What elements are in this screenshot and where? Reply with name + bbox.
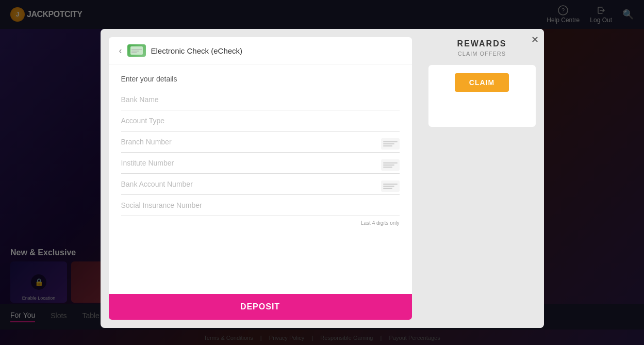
branch-number-field [121, 136, 400, 153]
form-content: Enter your details [109, 64, 412, 236]
echeck-title: Electronic Check (eCheck) [151, 46, 243, 55]
svg-rect-2 [130, 46, 143, 55]
hint-text: Last 4 digits only [121, 220, 400, 226]
outer-modal: ‹ Electronic Check (eCheck) Enter your d… [101, 29, 544, 328]
bank-account-number-input[interactable] [121, 178, 400, 190]
institute-number-input[interactable] [121, 157, 400, 169]
form-panel: ‹ Electronic Check (eCheck) Enter your d… [109, 37, 412, 320]
claim-button[interactable]: CLAIM [455, 73, 509, 92]
reward-card: CLAIM [428, 65, 536, 127]
form-section-title: Enter your details [121, 75, 400, 83]
institute-number-icon [381, 159, 400, 171]
deposit-btn-container: Deposit [109, 294, 412, 320]
back-arrow-button[interactable]: ‹ [119, 45, 122, 56]
deposit-button[interactable]: Deposit [109, 294, 412, 320]
bank-account-number-field [121, 178, 400, 195]
bank-account-icon [381, 180, 400, 192]
social-insurance-input[interactable] [121, 199, 400, 211]
echeck-header: ‹ Electronic Check (eCheck) [109, 37, 412, 64]
rewards-panel: ✕ REWARDS CLAIM OFFERS CLAIM [420, 29, 544, 328]
account-type-input[interactable] [121, 114, 400, 127]
social-insurance-field [121, 199, 400, 216]
branch-number-input[interactable] [121, 136, 400, 148]
branch-number-icon [381, 138, 400, 150]
rewards-close-button[interactable]: ✕ [531, 34, 539, 45]
account-type-field [121, 114, 400, 132]
rewards-title: REWARDS [457, 39, 507, 48]
rewards-subtitle: CLAIM OFFERS [458, 51, 506, 57]
bank-name-input[interactable] [121, 93, 400, 106]
bank-name-field [121, 93, 400, 110]
echeck-icon [127, 44, 146, 57]
institute-number-field [121, 157, 400, 174]
